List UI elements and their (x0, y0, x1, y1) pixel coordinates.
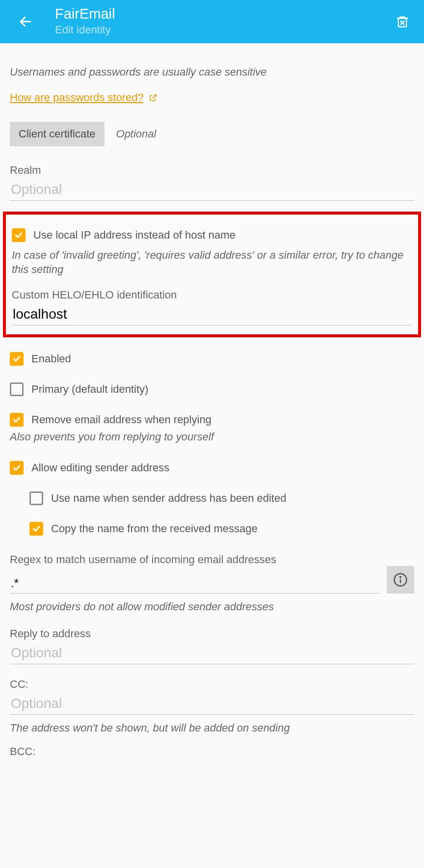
enabled-label: Enabled (31, 353, 71, 365)
bcc-label: BCC: (10, 745, 414, 758)
external-link-icon (149, 93, 158, 102)
primary-row[interactable]: Primary (default identity) (10, 382, 414, 396)
cc-note: The address won't be shown, but will be … (10, 721, 414, 735)
use-name-edited-row[interactable]: Use name when sender address has been ed… (29, 491, 414, 505)
realm-input[interactable] (10, 177, 414, 201)
delete-button[interactable] (391, 10, 414, 33)
remove-address-row[interactable]: Remove email address when replying (10, 413, 414, 427)
allow-edit-sender-checkbox[interactable] (10, 461, 24, 475)
checkmark-icon (12, 415, 22, 425)
trash-icon (396, 14, 409, 29)
back-button[interactable] (14, 10, 37, 33)
invalid-greeting-note: In case of 'invalid greeting', 'requires… (12, 248, 412, 277)
highlighted-section: Use local IP address instead of host nam… (3, 212, 421, 337)
cc-label: CC: (10, 678, 414, 691)
password-storage-link[interactable]: How are passwords stored? (10, 91, 158, 104)
enabled-row[interactable]: Enabled (10, 352, 414, 366)
checkmark-icon (12, 463, 22, 473)
allow-edit-sender-row[interactable]: Allow editing sender address (10, 461, 414, 475)
reply-to-input[interactable] (10, 640, 414, 664)
app-subtitle: Edit identity (55, 23, 391, 37)
client-certificate-button[interactable]: Client certificate (10, 122, 105, 146)
link-label: How are passwords stored? (10, 91, 144, 104)
remove-address-note: Also prevents you from replying to yours… (10, 430, 414, 444)
regex-note: Most providers do not allow modified sen… (10, 599, 414, 614)
use-local-ip-label: Use local IP address instead of host nam… (33, 229, 236, 242)
reply-to-label: Reply to address (10, 627, 414, 640)
title-block: FairEmail Edit identity (55, 6, 391, 36)
checkmark-icon (12, 354, 22, 364)
app-title: FairEmail (55, 6, 391, 22)
helo-label: Custom HELO/EHLO identification (12, 289, 412, 301)
app-bar: FairEmail Edit identity (0, 0, 424, 43)
use-name-edited-label: Use name when sender address has been ed… (51, 492, 286, 505)
copy-name-row[interactable]: Copy the name from the received message (29, 522, 414, 536)
copy-name-label: Copy the name from the received message (51, 522, 258, 535)
use-name-edited-checkbox[interactable] (29, 491, 43, 505)
copy-name-checkbox[interactable] (29, 522, 43, 536)
checkmark-icon (14, 230, 24, 240)
primary-label: Primary (default identity) (31, 383, 148, 396)
helo-input[interactable] (12, 301, 412, 326)
regex-label: Regex to match username of incoming emai… (10, 553, 414, 566)
case-sensitive-note: Usernames and passwords are usually case… (10, 65, 414, 80)
content-area: Usernames and passwords are usually case… (0, 43, 424, 763)
regex-input[interactable] (10, 571, 380, 594)
checkmark-icon (31, 524, 41, 534)
client-cert-row: Client certificate Optional (10, 122, 414, 146)
allow-edit-sender-label: Allow editing sender address (31, 461, 169, 474)
enabled-checkbox[interactable] (10, 352, 24, 366)
use-local-ip-row[interactable]: Use local IP address instead of host nam… (12, 228, 412, 242)
regex-info-button[interactable] (387, 566, 414, 594)
use-local-ip-checkbox[interactable] (12, 228, 26, 242)
remove-address-checkbox[interactable] (10, 413, 24, 427)
svg-point-6 (400, 576, 401, 577)
client-cert-hint: Optional (116, 128, 157, 140)
arrow-left-icon (18, 14, 33, 29)
remove-address-label: Remove email address when replying (31, 413, 212, 426)
cc-input[interactable] (10, 691, 414, 715)
primary-checkbox[interactable] (10, 382, 24, 396)
info-icon (393, 572, 408, 587)
realm-label: Realm (10, 164, 414, 177)
